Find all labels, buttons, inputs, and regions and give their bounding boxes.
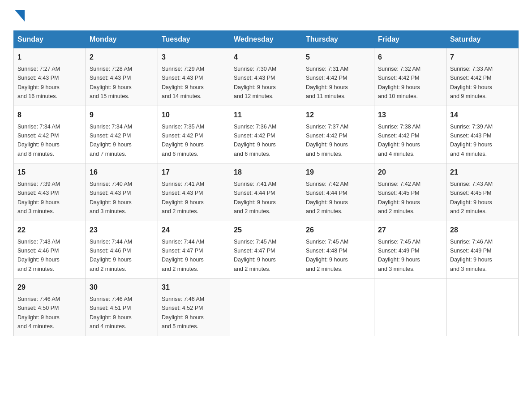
logo-icon bbox=[15, 10, 25, 21]
calendar-day-cell: 4Sunrise: 7:30 AMSunset: 4:43 PMDaylight… bbox=[230, 48, 302, 106]
calendar-week-row: 1Sunrise: 7:27 AMSunset: 4:43 PMDaylight… bbox=[14, 48, 519, 106]
day-number: 29 bbox=[17, 282, 82, 293]
day-info: Sunrise: 7:42 AMSunset: 4:45 PMDaylight:… bbox=[378, 181, 420, 214]
day-number: 4 bbox=[234, 52, 298, 63]
day-number: 15 bbox=[17, 167, 82, 178]
weekday-header-row: SundayMondayTuesdayWednesdayThursdayFrid… bbox=[14, 31, 519, 48]
day-number: 8 bbox=[17, 110, 82, 120]
day-info: Sunrise: 7:44 AMSunset: 4:46 PMDaylight:… bbox=[90, 239, 132, 272]
day-number: 11 bbox=[234, 110, 298, 120]
day-number: 1 bbox=[17, 52, 82, 63]
day-number: 28 bbox=[450, 225, 515, 235]
weekday-header-saturday: Saturday bbox=[446, 31, 519, 48]
day-number: 25 bbox=[234, 225, 298, 235]
calendar-day-cell: 11Sunrise: 7:36 AMSunset: 4:42 PMDayligh… bbox=[230, 106, 302, 163]
calendar-day-cell bbox=[374, 278, 446, 336]
calendar-day-cell: 20Sunrise: 7:42 AMSunset: 4:45 PMDayligh… bbox=[374, 163, 446, 221]
day-info: Sunrise: 7:46 AMSunset: 4:51 PMDaylight:… bbox=[90, 296, 132, 330]
calendar-day-cell: 2Sunrise: 7:28 AMSunset: 4:43 PMDaylight… bbox=[86, 48, 158, 106]
calendar-day-cell: 7Sunrise: 7:33 AMSunset: 4:42 PMDaylight… bbox=[446, 48, 519, 106]
calendar-day-cell: 29Sunrise: 7:46 AMSunset: 4:50 PMDayligh… bbox=[14, 278, 86, 336]
calendar-day-cell: 31Sunrise: 7:46 AMSunset: 4:52 PMDayligh… bbox=[158, 278, 230, 336]
day-number: 2 bbox=[90, 52, 154, 63]
day-info: Sunrise: 7:42 AMSunset: 4:44 PMDaylight:… bbox=[306, 181, 348, 214]
day-number: 10 bbox=[162, 110, 226, 120]
calendar-day-cell: 22Sunrise: 7:43 AMSunset: 4:46 PMDayligh… bbox=[14, 221, 86, 278]
calendar-week-row: 22Sunrise: 7:43 AMSunset: 4:46 PMDayligh… bbox=[14, 221, 519, 278]
day-number: 12 bbox=[306, 110, 370, 120]
day-number: 16 bbox=[90, 167, 154, 178]
calendar-week-row: 29Sunrise: 7:46 AMSunset: 4:50 PMDayligh… bbox=[14, 278, 519, 336]
calendar-day-cell: 5Sunrise: 7:31 AMSunset: 4:42 PMDaylight… bbox=[302, 48, 374, 106]
day-number: 26 bbox=[306, 225, 370, 235]
day-number: 6 bbox=[378, 52, 442, 63]
day-number: 5 bbox=[306, 52, 370, 63]
calendar-day-cell: 16Sunrise: 7:40 AMSunset: 4:43 PMDayligh… bbox=[86, 163, 158, 221]
day-number: 3 bbox=[162, 52, 226, 63]
day-number: 13 bbox=[378, 110, 442, 120]
calendar-day-cell: 12Sunrise: 7:37 AMSunset: 4:42 PMDayligh… bbox=[302, 106, 374, 163]
calendar-day-cell: 21Sunrise: 7:43 AMSunset: 4:45 PMDayligh… bbox=[446, 163, 519, 221]
day-info: Sunrise: 7:45 AMSunset: 4:47 PMDaylight:… bbox=[234, 239, 276, 272]
calendar-day-cell: 25Sunrise: 7:45 AMSunset: 4:47 PMDayligh… bbox=[230, 221, 302, 278]
day-info: Sunrise: 7:34 AMSunset: 4:42 PMDaylight:… bbox=[90, 124, 132, 157]
calendar-day-cell: 18Sunrise: 7:41 AMSunset: 4:44 PMDayligh… bbox=[230, 163, 302, 221]
day-number: 14 bbox=[450, 110, 515, 120]
day-number: 19 bbox=[306, 167, 370, 178]
day-info: Sunrise: 7:30 AMSunset: 4:43 PMDaylight:… bbox=[234, 66, 276, 99]
page-header bbox=[13, 9, 519, 21]
calendar-week-row: 8Sunrise: 7:34 AMSunset: 4:42 PMDaylight… bbox=[14, 106, 519, 163]
calendar-day-cell: 14Sunrise: 7:39 AMSunset: 4:43 PMDayligh… bbox=[446, 106, 519, 163]
calendar-day-cell: 13Sunrise: 7:38 AMSunset: 4:42 PMDayligh… bbox=[374, 106, 446, 163]
calendar-day-cell bbox=[302, 278, 374, 336]
day-info: Sunrise: 7:38 AMSunset: 4:42 PMDaylight:… bbox=[378, 124, 420, 157]
day-number: 21 bbox=[450, 167, 515, 178]
day-number: 24 bbox=[162, 225, 226, 235]
day-number: 7 bbox=[450, 52, 515, 63]
day-info: Sunrise: 7:32 AMSunset: 4:42 PMDaylight:… bbox=[378, 66, 420, 99]
calendar-week-row: 15Sunrise: 7:39 AMSunset: 4:43 PMDayligh… bbox=[14, 163, 519, 221]
calendar-day-cell: 30Sunrise: 7:46 AMSunset: 4:51 PMDayligh… bbox=[86, 278, 158, 336]
calendar-day-cell: 23Sunrise: 7:44 AMSunset: 4:46 PMDayligh… bbox=[86, 221, 158, 278]
day-number: 9 bbox=[90, 110, 154, 120]
svg-marker-0 bbox=[15, 10, 25, 21]
calendar-day-cell: 28Sunrise: 7:46 AMSunset: 4:49 PMDayligh… bbox=[446, 221, 519, 278]
calendar-day-cell: 6Sunrise: 7:32 AMSunset: 4:42 PMDaylight… bbox=[374, 48, 446, 106]
day-info: Sunrise: 7:34 AMSunset: 4:42 PMDaylight:… bbox=[17, 124, 60, 157]
day-info: Sunrise: 7:39 AMSunset: 4:43 PMDaylight:… bbox=[17, 181, 60, 214]
day-info: Sunrise: 7:29 AMSunset: 4:43 PMDaylight:… bbox=[162, 66, 204, 99]
calendar-day-cell: 27Sunrise: 7:45 AMSunset: 4:49 PMDayligh… bbox=[374, 221, 446, 278]
calendar-day-cell: 8Sunrise: 7:34 AMSunset: 4:42 PMDaylight… bbox=[14, 106, 86, 163]
day-number: 17 bbox=[162, 167, 226, 178]
day-info: Sunrise: 7:36 AMSunset: 4:42 PMDaylight:… bbox=[234, 124, 276, 157]
day-info: Sunrise: 7:45 AMSunset: 4:48 PMDaylight:… bbox=[306, 239, 348, 272]
day-info: Sunrise: 7:28 AMSunset: 4:43 PMDaylight:… bbox=[90, 66, 132, 99]
day-info: Sunrise: 7:37 AMSunset: 4:42 PMDaylight:… bbox=[306, 124, 348, 157]
logo bbox=[13, 9, 25, 21]
weekday-header-sunday: Sunday bbox=[14, 31, 86, 48]
day-info: Sunrise: 7:46 AMSunset: 4:52 PMDaylight:… bbox=[162, 296, 204, 330]
day-info: Sunrise: 7:46 AMSunset: 4:50 PMDaylight:… bbox=[17, 296, 60, 330]
day-info: Sunrise: 7:31 AMSunset: 4:42 PMDaylight:… bbox=[306, 66, 348, 99]
calendar-day-cell: 26Sunrise: 7:45 AMSunset: 4:48 PMDayligh… bbox=[302, 221, 374, 278]
calendar-day-cell: 17Sunrise: 7:41 AMSunset: 4:43 PMDayligh… bbox=[158, 163, 230, 221]
calendar-day-cell: 19Sunrise: 7:42 AMSunset: 4:44 PMDayligh… bbox=[302, 163, 374, 221]
day-number: 18 bbox=[234, 167, 298, 178]
day-info: Sunrise: 7:41 AMSunset: 4:44 PMDaylight:… bbox=[234, 181, 276, 214]
day-number: 30 bbox=[90, 282, 154, 293]
calendar-table: SundayMondayTuesdayWednesdayThursdayFrid… bbox=[13, 30, 519, 336]
calendar-day-cell: 9Sunrise: 7:34 AMSunset: 4:42 PMDaylight… bbox=[86, 106, 158, 163]
calendar-day-cell: 3Sunrise: 7:29 AMSunset: 4:43 PMDaylight… bbox=[158, 48, 230, 106]
day-info: Sunrise: 7:33 AMSunset: 4:42 PMDaylight:… bbox=[450, 66, 493, 99]
weekday-header-monday: Monday bbox=[86, 31, 158, 48]
day-number: 23 bbox=[90, 225, 154, 235]
calendar-day-cell: 15Sunrise: 7:39 AMSunset: 4:43 PMDayligh… bbox=[14, 163, 86, 221]
day-number: 22 bbox=[17, 225, 82, 235]
calendar-day-cell: 24Sunrise: 7:44 AMSunset: 4:47 PMDayligh… bbox=[158, 221, 230, 278]
weekday-header-thursday: Thursday bbox=[302, 31, 374, 48]
day-info: Sunrise: 7:35 AMSunset: 4:42 PMDaylight:… bbox=[162, 124, 204, 157]
day-info: Sunrise: 7:43 AMSunset: 4:45 PMDaylight:… bbox=[450, 181, 493, 214]
calendar-day-cell bbox=[230, 278, 302, 336]
day-number: 27 bbox=[378, 225, 442, 235]
day-info: Sunrise: 7:39 AMSunset: 4:43 PMDaylight:… bbox=[450, 124, 493, 157]
